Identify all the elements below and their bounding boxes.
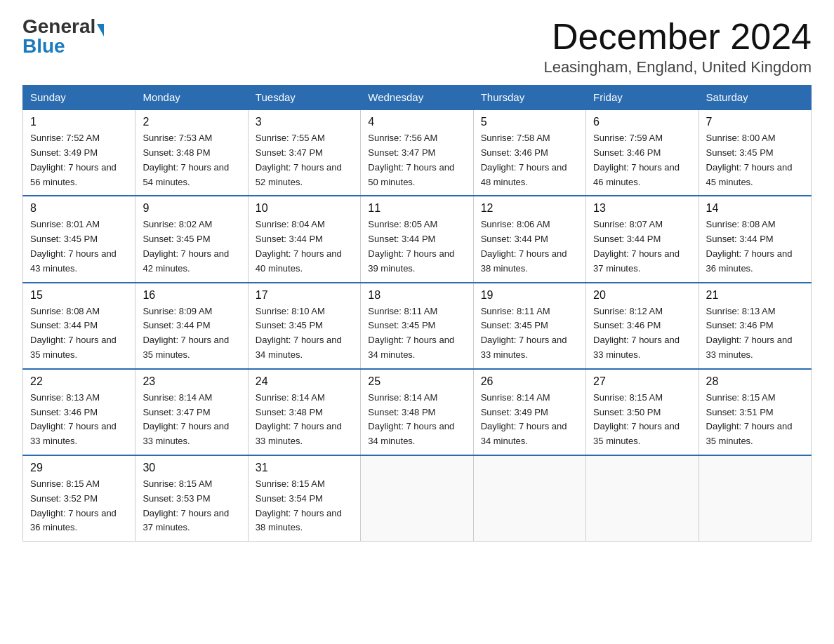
day-number: 12: [481, 202, 578, 215]
title-block: December 2024 Leasingham, England, Unite…: [543, 17, 812, 76]
calendar-day-cell: 3Sunrise: 7:55 AMSunset: 3:47 PMDaylight…: [248, 109, 360, 196]
calendar-day-cell: 24Sunrise: 8:14 AMSunset: 3:48 PMDayligh…: [248, 369, 360, 455]
day-info: Sunrise: 8:15 AMSunset: 3:54 PMDaylight:…: [256, 477, 353, 535]
day-number: 15: [30, 289, 128, 302]
calendar-day-cell: 11Sunrise: 8:05 AMSunset: 3:44 PMDayligh…: [361, 196, 473, 282]
calendar-title: December 2024: [543, 17, 812, 57]
day-number: 8: [30, 202, 128, 215]
day-number: 29: [30, 462, 128, 474]
day-info: Sunrise: 8:04 AMSunset: 3:44 PMDaylight:…: [256, 217, 353, 276]
day-info: Sunrise: 7:56 AMSunset: 3:47 PMDaylight:…: [368, 131, 465, 189]
calendar-day-cell: 28Sunrise: 8:15 AMSunset: 3:51 PMDayligh…: [699, 369, 811, 455]
day-number: 4: [368, 116, 465, 128]
day-info: Sunrise: 8:09 AMSunset: 3:44 PMDaylight:…: [143, 304, 240, 363]
day-number: 11: [368, 202, 465, 215]
day-info: Sunrise: 8:06 AMSunset: 3:44 PMDaylight:…: [481, 217, 578, 276]
calendar-day-cell: 1Sunrise: 7:52 AMSunset: 3:49 PMDaylight…: [23, 109, 135, 196]
day-info: Sunrise: 8:15 AMSunset: 3:51 PMDaylight:…: [706, 391, 804, 449]
day-number: 21: [706, 289, 804, 302]
day-info: Sunrise: 8:02 AMSunset: 3:45 PMDaylight:…: [143, 217, 240, 276]
calendar-day-cell: 30Sunrise: 8:15 AMSunset: 3:53 PMDayligh…: [135, 455, 248, 542]
day-number: 26: [481, 375, 578, 388]
day-number: 23: [143, 375, 240, 388]
page-header: General Blue December 2024 Leasingham, E…: [22, 17, 812, 76]
calendar-day-cell: 4Sunrise: 7:56 AMSunset: 3:47 PMDaylight…: [361, 109, 473, 196]
calendar-day-cell: 31Sunrise: 8:15 AMSunset: 3:54 PMDayligh…: [248, 455, 360, 542]
day-info: Sunrise: 8:08 AMSunset: 3:44 PMDaylight:…: [30, 304, 128, 363]
day-info: Sunrise: 8:05 AMSunset: 3:44 PMDaylight:…: [368, 217, 465, 276]
day-info: Sunrise: 8:13 AMSunset: 3:46 PMDaylight:…: [30, 391, 128, 449]
calendar-day-cell: 22Sunrise: 8:13 AMSunset: 3:46 PMDayligh…: [23, 369, 135, 455]
day-info: Sunrise: 8:01 AMSunset: 3:45 PMDaylight:…: [30, 217, 128, 276]
day-number: 2: [143, 116, 240, 128]
day-info: Sunrise: 8:14 AMSunset: 3:49 PMDaylight:…: [481, 391, 578, 449]
day-number: 1: [30, 116, 128, 128]
calendar-header: SundayMondayTuesdayWednesdayThursdayFrid…: [23, 86, 812, 110]
day-number: 14: [706, 202, 804, 215]
calendar-week-row: 29Sunrise: 8:15 AMSunset: 3:52 PMDayligh…: [23, 455, 812, 542]
calendar-week-row: 22Sunrise: 8:13 AMSunset: 3:46 PMDayligh…: [23, 369, 812, 455]
calendar-day-cell: [361, 455, 473, 542]
day-info: Sunrise: 8:10 AMSunset: 3:45 PMDaylight:…: [256, 304, 353, 363]
weekday-header-row: SundayMondayTuesdayWednesdayThursdayFrid…: [23, 86, 812, 110]
calendar-week-row: 15Sunrise: 8:08 AMSunset: 3:44 PMDayligh…: [23, 283, 812, 369]
weekday-header-cell: Friday: [586, 86, 699, 110]
day-info: Sunrise: 8:11 AMSunset: 3:45 PMDaylight:…: [481, 304, 578, 363]
day-number: 6: [593, 116, 691, 128]
day-number: 22: [30, 375, 128, 388]
calendar-day-cell: 17Sunrise: 8:10 AMSunset: 3:45 PMDayligh…: [248, 283, 360, 369]
calendar-day-cell: 14Sunrise: 8:08 AMSunset: 3:44 PMDayligh…: [699, 196, 811, 282]
day-info: Sunrise: 8:15 AMSunset: 3:52 PMDaylight:…: [30, 477, 128, 535]
weekday-header-cell: Tuesday: [248, 86, 360, 110]
calendar-day-cell: 16Sunrise: 8:09 AMSunset: 3:44 PMDayligh…: [135, 283, 248, 369]
day-number: 30: [143, 462, 240, 474]
day-number: 24: [256, 375, 353, 388]
day-info: Sunrise: 8:14 AMSunset: 3:47 PMDaylight:…: [143, 391, 240, 449]
calendar-day-cell: 21Sunrise: 8:13 AMSunset: 3:46 PMDayligh…: [699, 283, 811, 369]
day-number: 5: [481, 116, 578, 128]
calendar-day-cell: 10Sunrise: 8:04 AMSunset: 3:44 PMDayligh…: [248, 196, 360, 282]
weekday-header-cell: Sunday: [23, 86, 135, 110]
day-number: 27: [593, 375, 691, 388]
day-number: 19: [481, 289, 578, 302]
calendar-week-row: 8Sunrise: 8:01 AMSunset: 3:45 PMDaylight…: [23, 196, 812, 282]
day-info: Sunrise: 8:07 AMSunset: 3:44 PMDaylight:…: [593, 217, 691, 276]
calendar-day-cell: 13Sunrise: 8:07 AMSunset: 3:44 PMDayligh…: [586, 196, 699, 282]
day-number: 13: [593, 202, 691, 215]
calendar-day-cell: 25Sunrise: 8:14 AMSunset: 3:48 PMDayligh…: [361, 369, 473, 455]
weekday-header-cell: Monday: [135, 86, 248, 110]
weekday-header-cell: Saturday: [699, 86, 811, 110]
day-info: Sunrise: 8:14 AMSunset: 3:48 PMDaylight:…: [256, 391, 353, 449]
calendar-week-row: 1Sunrise: 7:52 AMSunset: 3:49 PMDaylight…: [23, 109, 812, 196]
day-number: 25: [368, 375, 465, 388]
calendar-table: SundayMondayTuesdayWednesdayThursdayFrid…: [22, 85, 812, 542]
calendar-day-cell: 9Sunrise: 8:02 AMSunset: 3:45 PMDaylight…: [135, 196, 248, 282]
day-info: Sunrise: 8:12 AMSunset: 3:46 PMDaylight:…: [593, 304, 691, 363]
calendar-day-cell: [586, 455, 699, 542]
calendar-day-cell: 23Sunrise: 8:14 AMSunset: 3:47 PMDayligh…: [135, 369, 248, 455]
day-info: Sunrise: 7:55 AMSunset: 3:47 PMDaylight:…: [256, 131, 353, 189]
logo-text-blue: Blue: [22, 35, 65, 57]
day-number: 3: [256, 116, 353, 128]
calendar-body: 1Sunrise: 7:52 AMSunset: 3:49 PMDaylight…: [23, 109, 812, 541]
calendar-day-cell: [699, 455, 811, 542]
day-number: 7: [706, 116, 804, 128]
weekday-header-cell: Wednesday: [361, 86, 473, 110]
calendar-subtitle: Leasingham, England, United Kingdom: [543, 58, 812, 76]
logo: General Blue: [22, 17, 104, 56]
day-info: Sunrise: 7:53 AMSunset: 3:48 PMDaylight:…: [143, 131, 240, 189]
logo-text-general: General: [22, 17, 95, 36]
calendar-day-cell: 18Sunrise: 8:11 AMSunset: 3:45 PMDayligh…: [361, 283, 473, 369]
weekday-header-cell: Thursday: [473, 86, 585, 110]
calendar-day-cell: 12Sunrise: 8:06 AMSunset: 3:44 PMDayligh…: [473, 196, 585, 282]
day-info: Sunrise: 8:08 AMSunset: 3:44 PMDaylight:…: [706, 217, 804, 276]
day-info: Sunrise: 7:58 AMSunset: 3:46 PMDaylight:…: [481, 131, 578, 189]
calendar-day-cell: 20Sunrise: 8:12 AMSunset: 3:46 PMDayligh…: [586, 283, 699, 369]
day-number: 17: [256, 289, 353, 302]
day-info: Sunrise: 7:59 AMSunset: 3:46 PMDaylight:…: [593, 131, 691, 189]
day-info: Sunrise: 8:00 AMSunset: 3:45 PMDaylight:…: [706, 131, 804, 189]
day-info: Sunrise: 8:14 AMSunset: 3:48 PMDaylight:…: [368, 391, 465, 449]
logo-arrow-icon: [97, 24, 104, 36]
day-info: Sunrise: 8:15 AMSunset: 3:50 PMDaylight:…: [593, 391, 691, 449]
calendar-day-cell: 29Sunrise: 8:15 AMSunset: 3:52 PMDayligh…: [23, 455, 135, 542]
